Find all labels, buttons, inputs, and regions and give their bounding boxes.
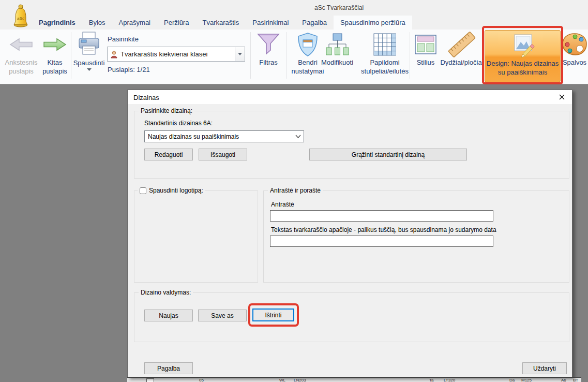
arrow-right-icon — [43, 31, 67, 58]
timetable-text-fragment: Ta — [429, 378, 433, 382]
previous-page-button[interactable]: Ankstesnis puslapis — [3, 31, 39, 76]
timetable-text-fragment: LT320 — [444, 378, 455, 382]
dialog-title: Dizainas — [133, 94, 159, 101]
tab-aprasymai[interactable]: Aprašymai — [112, 16, 157, 30]
class-person-icon — [110, 50, 118, 58]
help-button[interactable]: Pagalba — [144, 362, 193, 374]
next-page-button[interactable]: Kitas puslapis — [39, 31, 70, 76]
view-combobox[interactable]: Tvarkaraštis kiekvienai klasei — [107, 47, 245, 62]
tab-pagalba[interactable]: Pagalba — [295, 16, 334, 30]
view-combobox-value: Tvarkaraštis kiekvienai klasei — [118, 50, 235, 58]
group-print-logo: Spausdinti logotipą: — [134, 190, 258, 283]
funnel-icon — [256, 31, 281, 58]
shield-icon — [296, 31, 319, 58]
view-select-label: Pasirinkite — [108, 35, 139, 43]
save-button[interactable]: Išsaugoti — [199, 149, 247, 160]
timetable-cell — [146, 378, 154, 382]
colors-label: Spalvos — [563, 58, 586, 67]
design-combobox-value: Naujas dizainas su paaiškinimais — [145, 133, 292, 140]
style-button[interactable]: Stilius — [412, 31, 440, 67]
ribbon-separator — [287, 32, 287, 79]
restore-button-label: Grąžinti standartinį dizainą — [352, 151, 425, 158]
ribbon-toolbar: Ankstesnis puslapis Kitas puslapis — [0, 30, 588, 84]
colors-button[interactable]: Spalvos — [562, 31, 587, 67]
tab-pagrindinis[interactable]: Pagrindinis — [32, 16, 82, 30]
tab-pasirinkimai[interactable]: Pasirinkimai — [246, 16, 295, 30]
dialog-title-bar[interactable]: Dizainas — [128, 90, 572, 104]
design-label: Design: Naujas dizainas su paaiškinimais — [485, 59, 560, 77]
filter-label: Filtras — [259, 58, 277, 67]
layout-style-icon — [414, 31, 437, 58]
ribbon-tab-bar: Pagrindinis Bylos Aprašymai Peržiūra Tva… — [0, 16, 588, 30]
window-title: aSc Tvarkaraščiai — [314, 4, 364, 11]
timetable-text-fragment: LN203 — [294, 378, 306, 382]
tab-bylos[interactable]: Bylos — [82, 16, 112, 30]
timetable-text-fragment: M125 — [521, 378, 532, 382]
extra-columns-rows-label: Papildomi stulpeliai/eilutės — [359, 58, 411, 76]
help-button-label: Pagalba — [157, 365, 180, 372]
edit-button-label: Redaguoti — [155, 151, 183, 158]
new-button[interactable]: Naujas — [144, 310, 193, 321]
previous-page-label: Ankstesnis puslapis — [3, 58, 39, 76]
dialog-close-icon[interactable] — [556, 92, 567, 102]
sizes-widths-button[interactable]: Dydžiai/pločiai — [439, 31, 485, 67]
close-dialog-button-label: Uždaryti — [533, 365, 556, 372]
app-window: aSc Tvarkaraščiai aSc Pagrindinis Bylos … — [0, 0, 588, 382]
grid-table-icon — [373, 31, 397, 58]
print-button[interactable]: Spausdinti — [72, 31, 105, 71]
print-label: Spausdinti — [73, 58, 105, 67]
design-dialog: Dizainas Pasirinkite dizainą: Standartin… — [127, 90, 572, 377]
extra-columns-rows-button[interactable]: Papildomi stulpeliai/eilutės — [359, 31, 411, 76]
ribbon-separator — [71, 32, 71, 79]
save-as-button[interactable]: Save as — [198, 310, 247, 321]
timetable-text-fragment: 05 — [199, 378, 204, 382]
style-label: Stilius — [417, 58, 435, 67]
ribbon-separator — [250, 32, 251, 79]
org-chart-icon — [325, 31, 350, 58]
group-select-design-legend: Pasirinkite dizainą: — [139, 107, 194, 114]
print-dropdown-caret-icon[interactable] — [87, 68, 92, 71]
new-button-label: Naujas — [159, 312, 178, 319]
delete-button[interactable]: Ištrinti — [252, 308, 294, 321]
view-combobox-dropdown-button[interactable] — [235, 47, 245, 61]
modify-label: Modifikuoti — [321, 58, 353, 67]
ribbon-separator — [410, 32, 410, 79]
picture-pencil-icon — [510, 33, 536, 59]
save-as-button-label: Save as — [211, 312, 233, 319]
modify-button[interactable]: Modifikuoti — [316, 31, 358, 67]
timetable-text-fragment: BT — [573, 378, 578, 382]
tab-tvarkarastis[interactable]: Tvarkaraštis — [195, 16, 246, 30]
delete-button-label: Ištrinti — [265, 312, 281, 319]
chevron-down-icon — [292, 135, 304, 138]
timetable-text-fragment: Da — [509, 378, 515, 382]
tab-perziura[interactable]: Peržiūra — [157, 16, 195, 30]
filter-button[interactable]: Filtras — [253, 31, 284, 67]
next-page-label: Kitas puslapis — [39, 58, 70, 76]
group-design-management-legend: Dizaino valdymas: — [139, 289, 193, 296]
header-label: Antraštė — [271, 201, 294, 208]
footer-label: Tekstas tvarkaraščio apačioje - palikus … — [271, 226, 496, 233]
palette-icon — [562, 31, 587, 58]
close-dialog-button[interactable]: Uždaryti — [522, 362, 567, 374]
tab-spausdinimo-perziura[interactable]: Spausdinimo peržiūra — [334, 16, 412, 30]
asc-bell-logo-icon[interactable]: aSc — [10, 4, 31, 28]
group-header-footer-legend: Antraštė ir poraštė — [268, 187, 323, 194]
sizes-widths-label: Dydžiai/pločiai — [440, 58, 483, 67]
design-combobox[interactable]: Naujas dizainas su paaiškinimais — [144, 130, 304, 142]
header-input[interactable] — [270, 210, 493, 222]
title-bar: aSc Tvarkaraščiai — [0, 0, 588, 16]
footer-input[interactable] — [270, 236, 493, 247]
standard-design-label: Standartinis dizainas 6A: — [144, 120, 213, 127]
restore-standard-design-button[interactable]: Grąžinti standartinį dizainą — [309, 149, 467, 160]
design-button-active[interactable]: Design: Naujas dizainas su paaiškinimais — [485, 30, 561, 82]
timetable-preview-sliver: 05WLLN203TaLT320DaM125A6BT — [127, 377, 581, 382]
timetable-text-fragment: A6 — [561, 378, 566, 382]
save-button-label: Išsaugoti — [210, 151, 235, 158]
timetable-text-fragment: WL — [279, 378, 285, 382]
logo-text: aSc — [17, 16, 24, 21]
print-logo-checkbox[interactable] — [140, 187, 146, 194]
printer-icon — [77, 31, 101, 58]
page-indicator: Puslapis: 1/21 — [108, 66, 150, 74]
arrow-left-icon — [9, 31, 33, 58]
edit-button[interactable]: Redaguoti — [144, 149, 193, 160]
